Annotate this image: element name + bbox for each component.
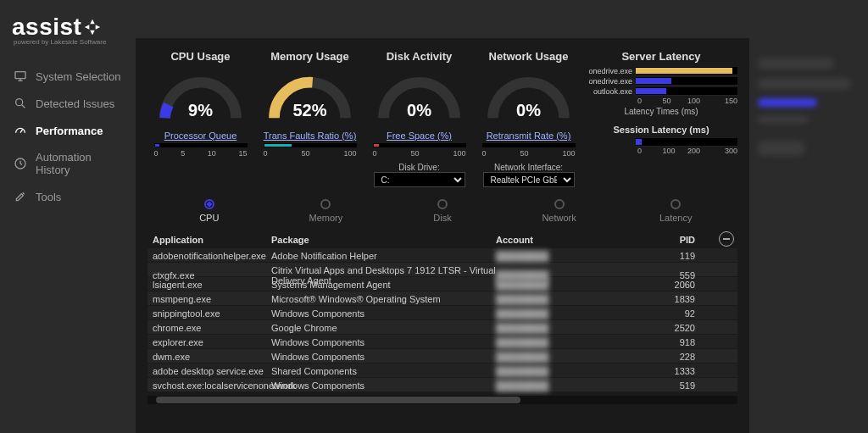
gauge-network: Network Usage 0% Retransmit Rate (%) 050… bbox=[476, 50, 581, 187]
network-iface-select[interactable]: Realtek PCIe GbE F bbox=[483, 172, 575, 187]
main-panel: CPU Usage 9% Processor Queue 051015 Memo… bbox=[136, 38, 749, 433]
retransmit-bar bbox=[482, 143, 576, 147]
latency-row: onedrive.exe bbox=[585, 66, 737, 76]
table-body: adobenotificationhelper.exeAdobe Notific… bbox=[147, 248, 737, 392]
table-row[interactable]: dwm.exeWindows Components████████228 bbox=[147, 349, 737, 364]
cell-pid: 92 bbox=[636, 308, 695, 319]
nav-label: Detected Issues bbox=[36, 97, 114, 110]
sidebar: assist powered by Lakeside Software Syst… bbox=[0, 0, 136, 433]
col-account[interactable]: Account bbox=[496, 235, 636, 245]
cell-pid: 2520 bbox=[636, 323, 695, 333]
free-space-bar bbox=[373, 143, 466, 147]
server-latency-axis: 050100150 bbox=[585, 97, 737, 105]
col-application[interactable]: Application bbox=[153, 235, 271, 245]
gauge-value: 52% bbox=[265, 101, 354, 120]
gauge-cpu: CPU Usage 9% Processor Queue 051015 bbox=[147, 50, 253, 187]
nav-label: Automation History bbox=[36, 151, 122, 176]
svg-rect-0 bbox=[15, 72, 25, 79]
axis: 050100 bbox=[482, 149, 576, 158]
table-row[interactable]: lsiagent.exeSystems Management Agent████… bbox=[147, 277, 737, 291]
tab-cpu[interactable]: CPU bbox=[163, 199, 256, 223]
table-row[interactable]: adobe desktop service.exeShared Componen… bbox=[147, 364, 737, 378]
cell-pkg: Systems Management Agent bbox=[271, 280, 496, 290]
server-latency-caption: Latency Times (ms) bbox=[624, 107, 698, 116]
gauge-disk: Disk Activity 0% Free Space (%) 050100 D… bbox=[366, 50, 472, 187]
cell-account: ████████ bbox=[496, 251, 636, 261]
tools-icon bbox=[14, 190, 27, 203]
nav-label: Tools bbox=[36, 191, 61, 203]
radio-icon bbox=[437, 199, 448, 209]
cell-app: adobenotificationhelper.exe bbox=[153, 251, 271, 261]
table-row[interactable]: ctxgfx.exeCitrix Virtual Apps and Deskto… bbox=[147, 263, 737, 277]
table-row[interactable]: msmpeng.exeMicrosoft® Windows® Operating… bbox=[147, 291, 737, 306]
cell-account: ████████ bbox=[496, 352, 636, 362]
radio-icon bbox=[554, 199, 565, 209]
table-row[interactable]: chrome.exeGoogle Chrome████████2520 bbox=[147, 320, 737, 335]
svg-point-1 bbox=[16, 99, 23, 106]
tab-latency[interactable]: Latency bbox=[629, 199, 722, 223]
radio-icon bbox=[320, 199, 331, 209]
cell-pkg: Windows Components bbox=[271, 308, 496, 319]
table-row[interactable]: explorer.exeWindows Components████████91… bbox=[147, 335, 737, 349]
cell-pid: 1333 bbox=[636, 366, 695, 376]
cell-app: snippingtool.exe bbox=[153, 308, 271, 319]
processor-queue-link[interactable]: Processor Queue bbox=[164, 130, 237, 141]
server-latency-title: Server Latency bbox=[621, 50, 700, 63]
sidebar-item-performance[interactable]: Performance bbox=[7, 117, 129, 144]
gauge-title: Memory Usage bbox=[270, 50, 348, 63]
search-icon bbox=[14, 97, 27, 110]
cell-pkg: Windows Components bbox=[271, 352, 496, 362]
gauge-value: 0% bbox=[375, 101, 464, 120]
tab-memory[interactable]: Memory bbox=[279, 199, 372, 223]
gauge-memory: Memory Usage 52% Trans Faults Ratio (%) … bbox=[257, 50, 363, 187]
disk-drive-label: Disk Drive: bbox=[398, 163, 439, 172]
sidebar-item-detected-issues[interactable]: Detected Issues bbox=[7, 90, 129, 117]
free-space-link[interactable]: Free Space (%) bbox=[387, 130, 452, 141]
cell-pid: 119 bbox=[636, 251, 695, 261]
cell-app: dwm.exe bbox=[153, 352, 271, 362]
trans-faults-bar bbox=[264, 143, 357, 147]
cell-account: ████████ bbox=[496, 337, 636, 347]
horizontal-scrollbar[interactable] bbox=[147, 396, 737, 404]
cell-pid: 918 bbox=[636, 337, 695, 347]
cell-app: svchost.exe:localservicenonetwork bbox=[153, 380, 271, 391]
tab-disk[interactable]: Disk bbox=[396, 199, 489, 223]
resource-tabs: CPU Memory Disk Network Latency bbox=[147, 199, 737, 223]
sidebar-item-system-selection[interactable]: System Selection bbox=[7, 63, 129, 90]
gauges-row: CPU Usage 9% Processor Queue 051015 Memo… bbox=[147, 50, 737, 187]
trans-faults-link[interactable]: Trans Faults Ratio (%) bbox=[264, 130, 357, 141]
cell-account: ████████ bbox=[496, 280, 636, 290]
session-latency-axis: 0100200300 bbox=[585, 147, 737, 155]
gauge-icon bbox=[14, 124, 27, 137]
collapse-button[interactable] bbox=[719, 231, 734, 247]
table-header: Application Package Account PID bbox=[147, 231, 737, 248]
latency-row: outlook.exe bbox=[585, 86, 737, 97]
col-package[interactable]: Package bbox=[271, 235, 496, 245]
axis: 050100 bbox=[264, 149, 357, 158]
table-row[interactable]: adobenotificationhelper.exeAdobe Notific… bbox=[147, 248, 737, 263]
cell-pid: 228 bbox=[636, 352, 695, 362]
cell-pkg: Google Chrome bbox=[271, 323, 496, 333]
cell-app: adobe desktop service.exe bbox=[153, 366, 271, 376]
network-iface-label: Network Interface: bbox=[494, 163, 563, 172]
nav-label: Performance bbox=[36, 125, 103, 137]
cell-account: ████████ bbox=[496, 323, 636, 333]
sidebar-item-automation-history[interactable]: Automation History bbox=[7, 144, 129, 183]
session-latency-title: Session Latency (ms) bbox=[613, 125, 709, 135]
tab-network[interactable]: Network bbox=[513, 199, 606, 223]
disk-drive-select[interactable]: C: bbox=[374, 172, 465, 187]
latency-column: Server Latency onedrive.exe onedrive.exe… bbox=[585, 50, 737, 187]
history-icon bbox=[14, 157, 27, 170]
cell-pkg: Adobe Notification Helper bbox=[271, 251, 496, 261]
logo-icon bbox=[83, 18, 102, 36]
table-row[interactable]: snippingtool.exeWindows Components██████… bbox=[147, 306, 737, 320]
retransmit-link[interactable]: Retransmit Rate (%) bbox=[487, 130, 571, 141]
cell-pkg: Shared Components bbox=[271, 366, 496, 376]
latency-row: onedrive.exe bbox=[585, 76, 737, 86]
table-row[interactable]: svchost.exe:localservicenonetworkWindows… bbox=[147, 378, 737, 392]
sidebar-item-tools[interactable]: Tools bbox=[7, 183, 129, 210]
radio-icon bbox=[204, 199, 214, 209]
cell-account: ████████ bbox=[496, 380, 636, 391]
col-pid[interactable]: PID bbox=[636, 235, 695, 245]
cell-pid: 2060 bbox=[636, 280, 695, 290]
